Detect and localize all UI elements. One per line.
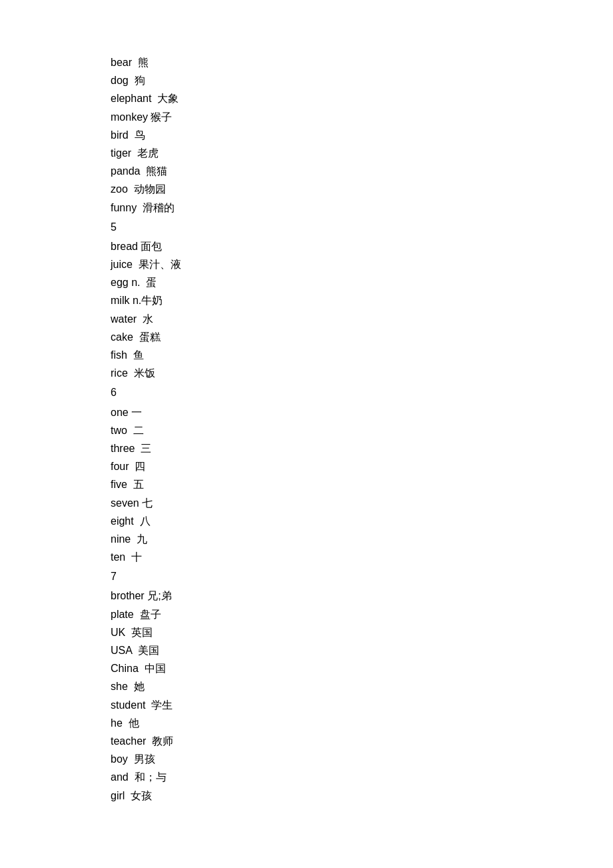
entry-nine: nine 九 bbox=[111, 530, 613, 548]
entry-bear: bear 熊 bbox=[111, 53, 613, 71]
entry-dog: dog 狗 bbox=[111, 71, 613, 89]
entry-funny: funny 滑稽的 bbox=[111, 199, 613, 217]
section-7: 7 bbox=[111, 567, 613, 585]
entry-usa: USA 美国 bbox=[111, 641, 613, 659]
entry-zoo: zoo 动物园 bbox=[111, 180, 613, 198]
entry-girl: girl 女孩 bbox=[111, 787, 613, 805]
entry-tiger: tiger 老虎 bbox=[111, 144, 613, 162]
entry-four: four 四 bbox=[111, 457, 613, 475]
entry-plate: plate 盘子 bbox=[111, 605, 613, 623]
entry-he: he 他 bbox=[111, 714, 613, 732]
entry-student: student 学生 bbox=[111, 696, 613, 714]
entry-ten: ten 十 bbox=[111, 548, 613, 566]
entry-fish: fish 鱼 bbox=[111, 346, 613, 364]
entry-brother: brother 兄;弟 bbox=[111, 587, 613, 605]
section-6: 6 bbox=[111, 383, 613, 401]
entry-two: two 二 bbox=[111, 421, 613, 439]
vocabulary-list: bear 熊 dog 狗 elephant 大象 monkey 猴子 bird … bbox=[111, 53, 613, 805]
entry-boy: boy 男孩 bbox=[111, 750, 613, 768]
entry-panda: panda 熊猫 bbox=[111, 162, 613, 180]
entry-milk: milk n.牛奶 bbox=[111, 291, 613, 309]
entry-cake: cake 蛋糕 bbox=[111, 328, 613, 346]
entry-uk: UK 英国 bbox=[111, 623, 613, 641]
entry-three: three 三 bbox=[111, 439, 613, 457]
entry-teacher: teacher 教师 bbox=[111, 732, 613, 750]
section-5: 5 bbox=[111, 218, 613, 236]
entry-juice: juice 果汁、液 bbox=[111, 255, 613, 273]
entry-she: she 她 bbox=[111, 677, 613, 695]
entry-egg: egg n. 蛋 bbox=[111, 273, 613, 291]
entry-eight: eight 八 bbox=[111, 512, 613, 530]
entry-monkey: monkey 猴子 bbox=[111, 108, 613, 126]
entry-seven: seven 七 bbox=[111, 494, 613, 512]
entry-one: one 一 bbox=[111, 403, 613, 421]
entry-five: five 五 bbox=[111, 475, 613, 493]
entry-china: China 中国 bbox=[111, 659, 613, 677]
entry-rice: rice 米饭 bbox=[111, 364, 613, 382]
entry-elephant: elephant 大象 bbox=[111, 89, 613, 107]
entry-bread: bread 面包 bbox=[111, 237, 613, 255]
entry-water: water 水 bbox=[111, 310, 613, 328]
entry-bird: bird 鸟 bbox=[111, 126, 613, 144]
entry-and: and 和；与 bbox=[111, 768, 613, 786]
